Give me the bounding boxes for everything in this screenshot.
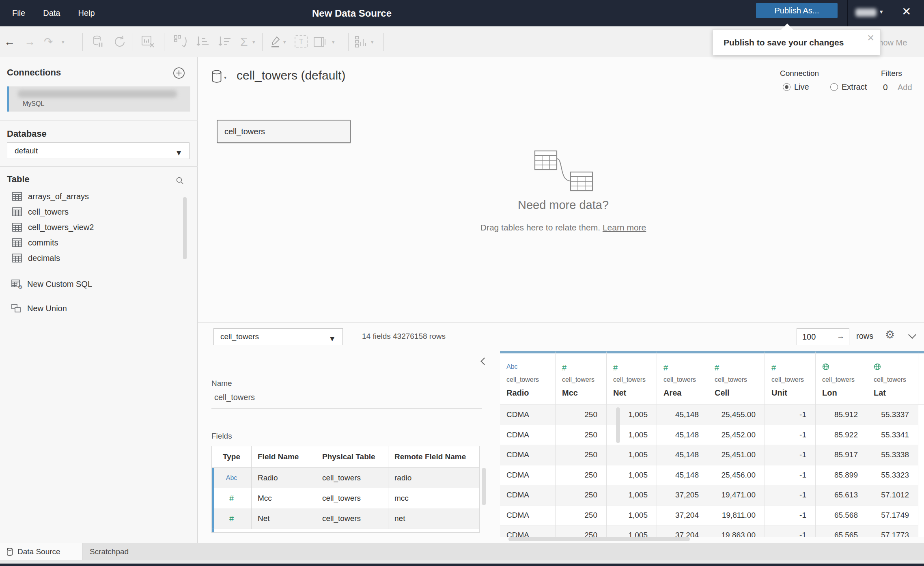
- grid-cell[interactable]: CDMA: [500, 465, 555, 486]
- menu-help[interactable]: Help: [78, 9, 95, 18]
- sidebar-table-item-arrays_of_arrays[interactable]: arrays_of_arrays: [0, 189, 198, 204]
- grid-cell[interactable]: 37,204: [657, 525, 708, 537]
- grid-horizontal-scrollbar[interactable]: [508, 537, 690, 541]
- field-row-Radio[interactable]: AbcRadiocell_towersradio: [212, 468, 479, 488]
- container-caret-icon[interactable]: ▾: [332, 26, 335, 57]
- grid-cell[interactable]: 25,455.00: [708, 405, 765, 425]
- refresh-icon[interactable]: [113, 26, 127, 57]
- grid-cell[interactable]: 25,456.00: [708, 465, 765, 486]
- database-select[interactable]: default ▼: [7, 142, 190, 159]
- name-value[interactable]: cell_towers: [214, 393, 255, 402]
- learn-more-link[interactable]: Learn more: [603, 223, 646, 232]
- sort-descending-icon[interactable]: [218, 26, 231, 57]
- new-union-button[interactable]: New Union: [0, 301, 198, 316]
- connection-item[interactable]: MySQL: [7, 86, 190, 112]
- grid-cell[interactable]: 250: [556, 445, 606, 465]
- grid-cell[interactable]: 1,005: [607, 445, 657, 465]
- grid-cell[interactable]: 65.565: [816, 525, 867, 537]
- clear-sheet-icon[interactable]: [141, 26, 155, 57]
- replay-icon[interactable]: ↷: [44, 26, 53, 57]
- grid-cell[interactable]: 25,451.00: [708, 445, 765, 465]
- grid-column-header[interactable]: #cell_towersNet: [607, 353, 657, 405]
- grid-cell[interactable]: -1: [765, 465, 815, 486]
- grid-cell[interactable]: 55.3337: [867, 405, 918, 425]
- grid-cell[interactable]: -1: [765, 525, 815, 537]
- highlight-caret-icon[interactable]: ▾: [283, 26, 286, 57]
- grid-cell[interactable]: 1,005: [607, 405, 657, 425]
- redo-icon[interactable]: →: [24, 26, 35, 57]
- row-count-field[interactable]: →: [797, 328, 849, 345]
- field-row-Net[interactable]: #Netcell_towersnet: [212, 508, 479, 529]
- preview-table-select[interactable]: cell_towers ▼: [213, 328, 343, 345]
- tab-scratchpad[interactable]: Scratchpad: [82, 543, 208, 560]
- chevron-down-icon[interactable]: ▾: [224, 75, 226, 80]
- grid-cell[interactable]: 1,005: [607, 425, 657, 445]
- grid-cell[interactable]: -1: [765, 506, 815, 526]
- totals-caret-icon[interactable]: ▾: [252, 26, 255, 57]
- container-icon[interactable]: [313, 26, 327, 57]
- grid-column-header[interactable]: cell_towersLat: [867, 353, 918, 405]
- grid-cell[interactable]: 250: [556, 525, 606, 537]
- grid-cell[interactable]: 55.3338: [867, 445, 918, 465]
- grid-cell[interactable]: CDMA: [500, 525, 555, 537]
- grid-cell[interactable]: 85.912: [816, 405, 867, 425]
- field-row-Mcc[interactable]: #Mcccell_towersmcc: [212, 488, 479, 508]
- grid-column-header[interactable]: #cell_towersCell: [708, 353, 765, 405]
- grid-cell[interactable]: -1: [765, 445, 815, 465]
- filters-add-button[interactable]: Add: [898, 83, 912, 92]
- grid-cell[interactable]: 57.1773: [867, 525, 918, 537]
- grid-cell[interactable]: 45,148: [657, 465, 708, 486]
- grid-cell[interactable]: 57.1012: [867, 485, 918, 506]
- grid-cell[interactable]: 19,471.00: [708, 485, 765, 506]
- grid-cell[interactable]: 1,005: [607, 525, 657, 537]
- menu-file[interactable]: File: [12, 9, 25, 18]
- publish-as-button[interactable]: Publish As...: [756, 3, 838, 18]
- chevron-down-icon[interactable]: [908, 331, 916, 339]
- close-icon[interactable]: ✕: [867, 33, 874, 43]
- connection-extract-radio[interactable]: Extract: [830, 82, 867, 92]
- grid-vertical-scrollbar[interactable]: [616, 407, 620, 443]
- sidebar-table-item-cell_towers_view2[interactable]: cell_towers_view2: [0, 220, 198, 235]
- highlight-icon[interactable]: [270, 26, 281, 57]
- gear-icon[interactable]: ⚙: [885, 328, 895, 341]
- grid-cell[interactable]: 1,005: [607, 506, 657, 526]
- collapse-panel-icon[interactable]: [480, 357, 488, 365]
- grid-cell[interactable]: -1: [765, 425, 815, 445]
- close-icon[interactable]: ✕: [902, 5, 911, 18]
- grid-cell[interactable]: 65.613: [816, 485, 867, 506]
- grid-cell[interactable]: 45,148: [657, 425, 708, 445]
- grid-cell[interactable]: 250: [556, 465, 606, 486]
- grid-column-header[interactable]: #cell_towersUnit: [765, 353, 815, 405]
- grid-column-header[interactable]: cell_towersLon: [816, 353, 867, 405]
- grid-cell[interactable]: 85.917: [816, 445, 867, 465]
- table-node-cell-towers[interactable]: cell_towers: [217, 120, 351, 143]
- add-connection-icon[interactable]: [173, 67, 185, 81]
- menu-data[interactable]: Data: [43, 9, 60, 18]
- undo-icon[interactable]: ←: [4, 26, 15, 57]
- grid-cell[interactable]: CDMA: [500, 485, 555, 506]
- tab-data-source[interactable]: Data Source: [0, 543, 82, 560]
- user-menu[interactable]: [855, 9, 877, 17]
- apply-row-count-icon[interactable]: →: [837, 332, 844, 341]
- totals-icon[interactable]: Σ: [240, 26, 248, 57]
- grid-cell[interactable]: 55.3323: [867, 465, 918, 486]
- grid-cell[interactable]: 250: [556, 405, 606, 425]
- grid-column-header[interactable]: #cell_towersArea: [657, 353, 708, 405]
- show-me-icon[interactable]: [355, 26, 367, 57]
- grid-cell[interactable]: 19,863.00: [708, 525, 765, 537]
- grid-cell[interactable]: -1: [765, 405, 815, 425]
- connection-live-radio[interactable]: Live: [783, 82, 809, 92]
- pause-updates-icon[interactable]: [93, 26, 104, 57]
- grid-cell[interactable]: 37,205: [657, 485, 708, 506]
- grid-cell[interactable]: CDMA: [500, 445, 555, 465]
- grid-column-header[interactable]: Abccell_towersRadio: [500, 353, 555, 405]
- grid-cell[interactable]: CDMA: [500, 506, 555, 526]
- new-custom-sql-button[interactable]: ⚙ New Custom SQL: [0, 276, 198, 292]
- grid-cell[interactable]: -1: [765, 485, 815, 506]
- grid-cell[interactable]: 250: [556, 485, 606, 506]
- grid-cell[interactable]: 45,148: [657, 405, 708, 425]
- grid-cell[interactable]: 57.1749: [867, 506, 918, 526]
- grid-cell[interactable]: 250: [556, 506, 606, 526]
- sidebar-table-item-commits[interactable]: commits: [0, 235, 198, 250]
- grid-cell[interactable]: 55.3341: [867, 425, 918, 445]
